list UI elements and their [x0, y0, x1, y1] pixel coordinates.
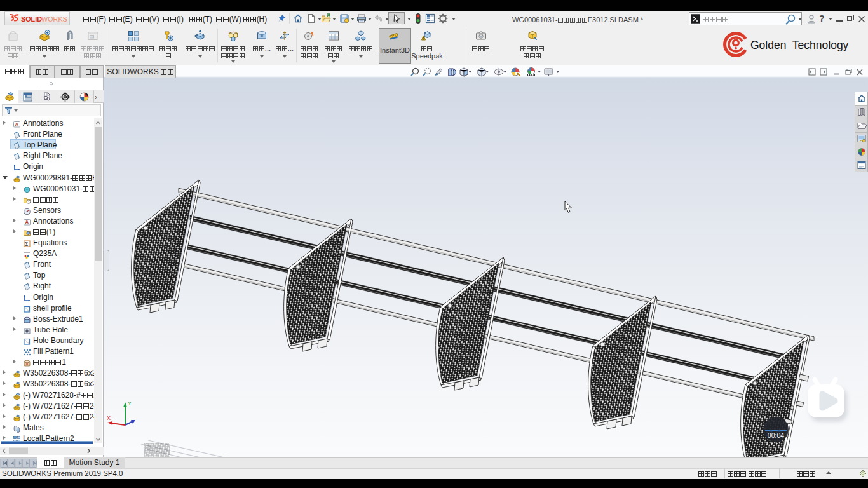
svg-text:X: X [107, 415, 111, 421]
svg-text:Y: Y [128, 400, 132, 407]
svg-text:00:04: 00:04 [768, 431, 784, 439]
